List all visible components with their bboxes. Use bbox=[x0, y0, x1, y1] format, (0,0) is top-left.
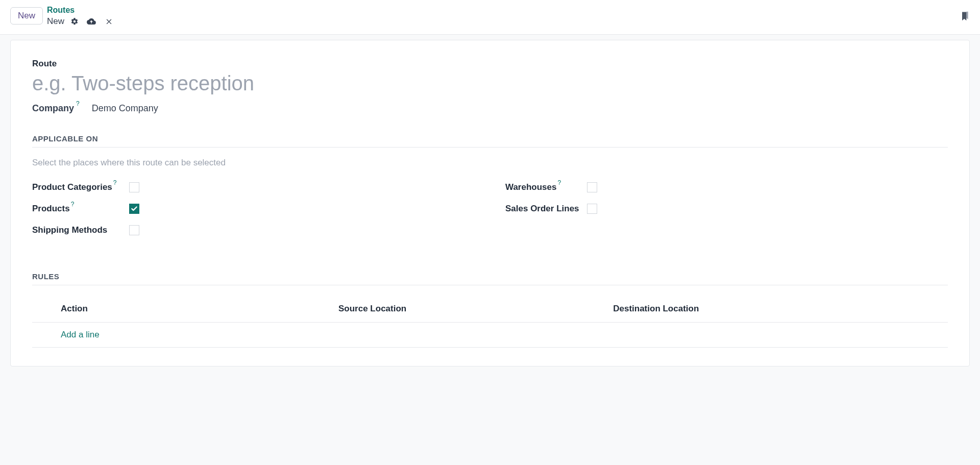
products-checkbox[interactable] bbox=[129, 204, 139, 214]
rules-header-row: Action Source Location Destination Locat… bbox=[32, 296, 948, 323]
products-label-text: Products bbox=[32, 204, 70, 214]
shipping-methods-checkbox[interactable] bbox=[129, 225, 139, 235]
discard-icon[interactable] bbox=[105, 17, 113, 25]
route-name-input[interactable] bbox=[32, 69, 948, 103]
form-sheet: Route Company ? Demo Company APPLICABLE … bbox=[10, 40, 970, 366]
route-field-label: Route bbox=[32, 59, 948, 69]
breadcrumb: Routes New bbox=[47, 5, 113, 27]
shipping-methods-label: Shipping Methods bbox=[32, 225, 129, 235]
company-field-label: Company ? bbox=[32, 103, 80, 114]
help-icon[interactable]: ? bbox=[76, 100, 80, 107]
warehouses-label-text: Warehouses bbox=[505, 182, 556, 192]
bookmark-icon[interactable] bbox=[960, 11, 970, 21]
shipping-methods-row: Shipping Methods bbox=[32, 225, 475, 235]
company-value[interactable]: Demo Company bbox=[92, 103, 158, 114]
sales-order-lines-label: Sales Order Lines bbox=[505, 204, 587, 214]
warehouses-checkbox[interactable] bbox=[587, 182, 597, 192]
col-destination: Destination Location bbox=[609, 296, 948, 323]
applicable-grid: Product Categories ? Products ? Shipping… bbox=[32, 182, 948, 247]
sales-order-lines-label-text: Sales Order Lines bbox=[505, 204, 579, 214]
col-action: Action bbox=[32, 296, 334, 323]
product-categories-checkbox[interactable] bbox=[129, 182, 139, 192]
applicable-on-hint: Select the places where this route can b… bbox=[32, 158, 948, 168]
shipping-methods-label-text: Shipping Methods bbox=[32, 225, 107, 235]
rules-section: RULES Action Source Location Destination… bbox=[32, 272, 948, 348]
help-icon[interactable]: ? bbox=[71, 201, 75, 208]
breadcrumb-root-link[interactable]: Routes bbox=[47, 5, 113, 16]
sales-order-lines-checkbox[interactable] bbox=[587, 204, 597, 214]
company-row: Company ? Demo Company bbox=[32, 103, 948, 114]
products-label: Products ? bbox=[32, 204, 129, 214]
sales-order-lines-row: Sales Order Lines bbox=[505, 204, 948, 214]
help-icon[interactable]: ? bbox=[557, 179, 561, 186]
help-icon[interactable]: ? bbox=[113, 179, 117, 186]
warehouses-label: Warehouses ? bbox=[505, 182, 587, 192]
product-categories-label: Product Categories ? bbox=[32, 182, 129, 192]
warehouses-row: Warehouses ? bbox=[505, 182, 948, 192]
applicable-left-col: Product Categories ? Products ? Shipping… bbox=[32, 182, 475, 247]
rules-table: Action Source Location Destination Locat… bbox=[32, 296, 948, 348]
topbar-left: New Routes New bbox=[10, 5, 113, 27]
gear-icon[interactable] bbox=[70, 17, 79, 26]
applicable-on-section-title: APPLICABLE ON bbox=[32, 134, 948, 148]
add-line-link[interactable]: Add a line bbox=[61, 330, 100, 339]
col-source: Source Location bbox=[334, 296, 609, 323]
products-row: Products ? bbox=[32, 204, 475, 214]
topbar: New Routes New bbox=[0, 0, 980, 35]
breadcrumb-current-row: New bbox=[47, 16, 113, 27]
product-categories-label-text: Product Categories bbox=[32, 182, 112, 192]
applicable-right-col: Warehouses ? Sales Order Lines bbox=[505, 182, 948, 247]
rules-section-title: RULES bbox=[32, 272, 948, 285]
cloud-upload-icon[interactable] bbox=[87, 17, 96, 26]
product-categories-row: Product Categories ? bbox=[32, 182, 475, 192]
new-button[interactable]: New bbox=[10, 7, 43, 25]
page-wrap: Route Company ? Demo Company APPLICABLE … bbox=[0, 35, 980, 382]
company-label-text: Company bbox=[32, 103, 74, 114]
status-icons bbox=[87, 17, 113, 26]
breadcrumb-current: New bbox=[47, 16, 64, 27]
add-line-row: Add a line bbox=[32, 322, 948, 347]
